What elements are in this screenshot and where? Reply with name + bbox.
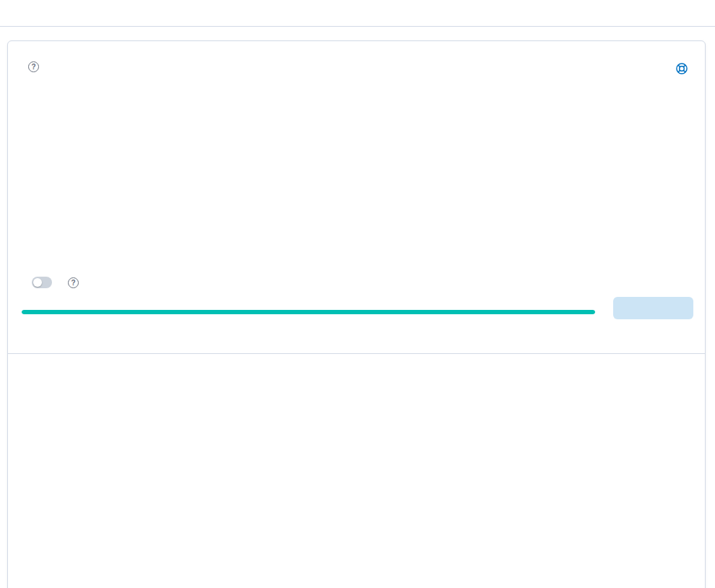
chart-legend	[0, 254, 715, 267]
lifebuoy-help-icon	[675, 62, 688, 75]
question-in-circle-icon[interactable]: ?	[28, 61, 39, 72]
panel-title: ?	[22, 61, 39, 72]
table-header	[8, 331, 705, 354]
question-in-circle-icon[interactable]: ?	[68, 277, 79, 288]
advanced-statistics-toggle[interactable]	[32, 277, 52, 288]
help-link[interactable]	[675, 62, 693, 75]
toggle-knob	[33, 278, 42, 287]
tab-bar	[0, 0, 715, 27]
progress-bar-fill	[22, 310, 595, 314]
advanced-statistics-label: ?	[62, 277, 79, 288]
progress-bar	[22, 310, 595, 314]
refresh-button[interactable]	[613, 297, 693, 319]
failed-transaction-correlations-page: ? ?	[0, 0, 715, 588]
